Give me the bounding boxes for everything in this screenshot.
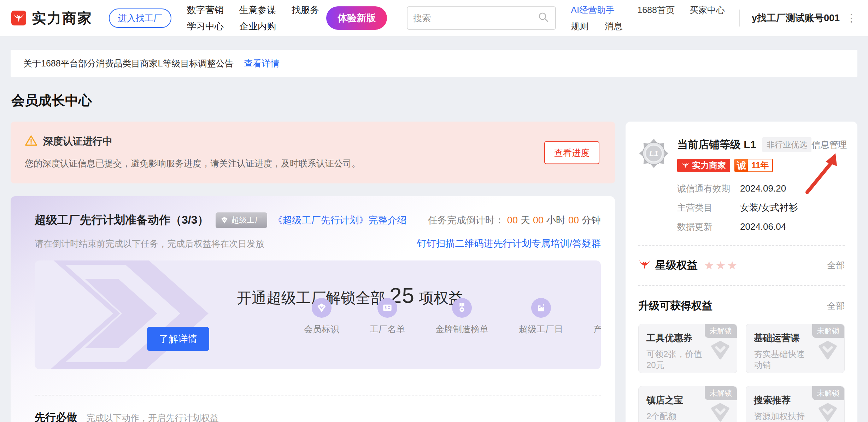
nav-learning-center[interactable]: 学习中心 [187,20,224,32]
member-badge-icon [312,298,332,318]
header-nav: 数字营销 学习中心 生意参谋 企业内购 找服务 [187,4,319,32]
unlock-benefits-banner: 开通超级工厂解锁全部25项权益 了解详情 会员标识 [35,260,601,369]
info-row-data-update: 数据更新 2024.06.04 [677,221,845,233]
non-industry-tag: 非行业优选 [762,137,811,152]
star-benefits-row: 星级权益 ★★★ 全部 [638,258,845,272]
countdown-days: 00 [507,215,518,225]
cheng-icon: 诚 [735,159,748,171]
countdown-label: 任务完成倒计时： [428,215,504,225]
more-menu-icon[interactable]: ⋮ [846,13,857,23]
account-name: y找工厂测试账号001 [752,12,840,24]
locked-shield-icon [710,402,731,422]
info-row-category: 主营类目 女装/女式衬衫 [677,201,845,214]
search-input[interactable] [413,13,538,23]
countdown-minutes: 00 [568,215,579,225]
view-progress-button[interactable]: 查看进度 [544,141,599,164]
super-factory-badge-label: 超级工厂 [231,215,262,225]
warning-icon [25,134,37,148]
shop-level-title: 当前店铺等级 L1 [677,137,756,152]
account-menu[interactable]: y找工厂测试账号001 ⋮ [752,12,857,24]
plan-subtitle: 请在倒计时结束前完成以下任务，完成后权益将在次日发放 [35,238,264,250]
benefit-origin-service: 产地服务 [593,298,601,335]
super-factory-plan-card: 超级工厂先行计划准备动作（3/3） 超级工厂 《超级工厂先行计划》完整介绍 任务… [11,196,615,422]
annotation-arrow [800,151,843,198]
must-do-desc: 完成以下动作，开启先行计划权益 [86,412,219,422]
benefit-icons-row: 会员标识 工厂名单 金牌制造榜单 [304,298,601,335]
bull-icon-red [638,258,651,272]
svg-text:L1: L1 [649,149,658,158]
logo-title: 实力商家 [32,8,93,28]
shop-level-panel: L1 当前店铺等级 L1 非行业优选 信息管理 实力商家 [626,122,857,422]
benefit-card-tool-coupon[interactable]: 未解锁 工具优惠券 可领2张，价值20元 [638,324,737,373]
locked-shield-icon [817,402,838,422]
alert-title: 深度认证进行中 [43,135,112,148]
link-rules[interactable]: 规则 [571,20,588,32]
cheng-years: 11年 [748,159,772,171]
locked-shield-icon [817,340,838,362]
header-divider [739,10,740,27]
plan-title: 超级工厂先行计划准备动作（3/3） [35,212,209,228]
link-1688-home[interactable]: 1688首页 [637,4,675,16]
announcement-bar: 关于1688平台部分消费品类目商家L等级目标调整公告 查看详情 [11,50,857,77]
announcement-text: 关于1688平台部分消费品类目商家L等级目标调整公告 [23,58,234,69]
benefit-factory-list: 工厂名单 [370,298,405,335]
plan-intro-link[interactable]: 《超级工厂先行计划》完整介绍 [273,214,406,227]
upgrade-benefit-cards: 未解锁 工具优惠券 可领2张，价值20元 未解锁 基础运营课 夯实基础快速动销 [638,324,845,422]
link-buyer-center[interactable]: 买家中心 [690,4,725,16]
factory-list-icon [377,298,397,318]
star-benefits-title: 星级权益 [655,258,698,272]
bull-logo-icon [11,11,26,25]
locked-shield-icon [710,340,731,362]
app-logo[interactable]: 实力商家 [11,8,93,28]
nav-business-advisor[interactable]: 生意参谋 [239,4,276,16]
locked-badge: 未解锁 [705,386,737,400]
page-title: 会员成长中心 [11,92,868,110]
factory-day-icon [531,298,551,318]
top-header: 实力商家 进入找工厂 数字营销 学习中心 生意参谋 企业内购 找服务 体验新版 [0,0,868,36]
enter-factory-button[interactable]: 进入找工厂 [109,8,171,28]
star-rating: ★★★ [704,259,739,272]
medal-icon [452,298,472,318]
strength-merchant-badge: 实力商家 [677,159,730,172]
locked-badge: 未解锁 [812,324,844,338]
benefit-card-shop-treasure[interactable]: 未解锁 镇店之宝 2个配额 [638,386,737,422]
nav-enterprise-purchase[interactable]: 企业内购 [239,20,276,32]
benefit-super-factory-day: 超级工厂日 [519,298,563,335]
countdown: 任务完成倒计时：00天00小时00分钟 [428,214,601,227]
announcement-detail-link[interactable]: 查看详情 [244,58,280,69]
chengxintong-badge: 诚 11年 [734,159,773,172]
search-icon[interactable] [538,11,550,25]
upgrade-benefits-all-link[interactable]: 全部 [827,300,845,312]
certification-alert: 深度认证进行中 您的深度认证信息已提交，避免影响服务进度，请关注认证进度，及时联… [11,122,615,183]
sidebar-divider [638,245,845,246]
link-ai-assistant[interactable]: AI经营助手 [571,4,622,16]
link-messages[interactable]: 消息 [605,20,622,32]
benefit-member-badge: 会员标识 [304,298,339,335]
must-do-title: 先行必做 [35,410,77,422]
try-new-version-button[interactable]: 体验新版 [326,6,387,30]
super-factory-badge: 超级工厂 [216,212,267,228]
sidebar-divider-2 [638,285,845,286]
benefit-gold-medal-list: 金牌制造榜单 [435,298,488,335]
benefit-card-basic-course[interactable]: 未解锁 基础运营课 夯实基础快速动销 [746,324,845,373]
locked-badge: 未解锁 [705,324,737,338]
benefit-card-search-recommend[interactable]: 未解锁 搜索推荐 资源加权扶持机会 [746,386,845,422]
star-benefits-all-link[interactable]: 全部 [827,259,845,271]
level-medal-icon: L1 [638,137,669,172]
super-factory-watermark-icon [35,260,219,369]
header-links: AI经营助手 规则 消息 1688首页 买家中心 [571,4,725,32]
search-box[interactable] [407,6,556,30]
learn-more-button[interactable]: 了解详情 [147,327,209,351]
alert-body: 您的深度认证信息已提交，避免影响服务进度，请关注认证进度，及时联系认证公司。 [25,158,601,169]
dingtalk-qr-link[interactable]: 钉钉扫描二维码进先行计划专属培训/答疑群 [417,237,601,250]
nav-find-services[interactable]: 找服务 [292,4,319,16]
countdown-hours: 00 [533,215,544,225]
upgrade-benefits-title: 升级可获得权益 [638,299,712,313]
locked-badge: 未解锁 [812,386,844,400]
info-manage-link[interactable]: 信息管理 [811,139,847,151]
nav-digital-marketing[interactable]: 数字营销 [187,4,224,16]
section-divider [35,395,601,395]
